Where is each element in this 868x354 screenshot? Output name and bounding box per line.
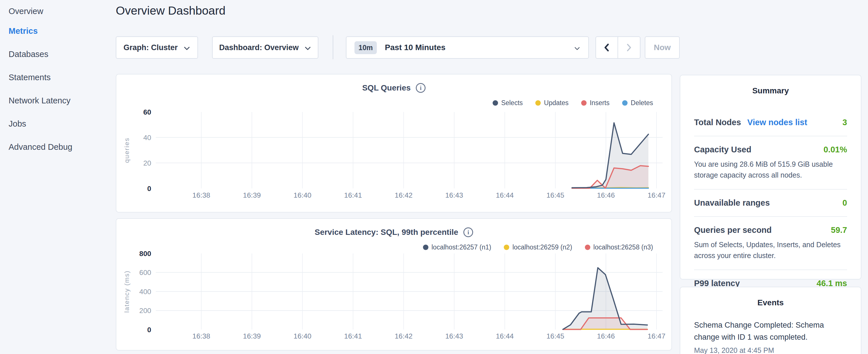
summary-row-total-nodes: Total Nodes View nodes list 3 <box>694 109 847 136</box>
svg-text:16:44: 16:44 <box>496 332 514 340</box>
svg-text:800: 800 <box>139 250 151 257</box>
summary-row-label: Queries per second <box>694 225 772 235</box>
sidebar: Overview Metrics Databases Statements Ne… <box>0 0 116 159</box>
summary-row-value: 0.01% <box>824 145 847 154</box>
page-title: Overview Dashboard <box>116 4 225 18</box>
svg-text:16:45: 16:45 <box>547 332 564 340</box>
svg-text:16:43: 16:43 <box>445 332 463 340</box>
events-panel: Events Schema Change Completed: Schema c… <box>680 287 861 354</box>
sidebar-item-overview[interactable]: Overview <box>9 3 116 20</box>
dashboard-selector-label: Dashboard: Overview <box>219 43 299 52</box>
summary-row-label: Total Nodes <box>694 118 741 127</box>
time-next-button[interactable] <box>618 37 640 58</box>
view-nodes-list-link[interactable]: View nodes list <box>747 118 807 127</box>
svg-text:16:40: 16:40 <box>293 191 311 199</box>
summary-title: Summary <box>694 86 847 95</box>
chevron-down-icon <box>574 44 580 53</box>
controls-divider <box>333 35 333 59</box>
summary-row-label: Unavailable ranges <box>694 198 770 207</box>
event-list-item: Schema Change Completed: Schema change w… <box>694 319 847 354</box>
svg-text:0: 0 <box>147 185 151 192</box>
service-latency-chart-card: Service Latency: SQL, 99th percentile i … <box>116 218 672 351</box>
event-timestamp: May 13, 2020 at 4:45 PM <box>694 346 847 354</box>
service-latency-chart-plot[interactable]: 16:3816:3916:4016:4116:4216:4316:4416:45… <box>116 219 672 350</box>
main-content: Overview Dashboard Graph: Cluster Dashbo… <box>116 0 672 354</box>
dashboard-controls: Graph: Cluster Dashboard: Overview 10m P… <box>116 36 689 59</box>
event-message: Schema Change Completed: Schema change w… <box>694 319 847 344</box>
svg-text:16:43: 16:43 <box>445 191 463 199</box>
time-window-dropdown[interactable]: 10m Past 10 Minutes <box>346 36 589 59</box>
summary-row-value: 0 <box>842 198 847 207</box>
svg-text:latency (ms): latency (ms) <box>123 270 130 313</box>
time-window-badge: 10m <box>354 41 377 54</box>
summary-row-unavailable-ranges: Unavailable ranges 0 <box>694 190 847 217</box>
svg-text:600: 600 <box>139 268 151 277</box>
time-prev-button[interactable] <box>596 37 618 58</box>
sql-queries-chart-plot[interactable]: 16:3816:3916:4016:4116:4216:4316:4416:45… <box>116 74 672 212</box>
summary-row-label: Capacity Used <box>694 145 751 154</box>
svg-text:16:46: 16:46 <box>597 332 615 340</box>
svg-text:0: 0 <box>147 326 151 334</box>
svg-text:16:46: 16:46 <box>597 191 615 199</box>
events-title: Events <box>694 298 847 307</box>
time-window-label: Past 10 Minutes <box>385 43 574 52</box>
chevron-right-icon <box>626 43 632 52</box>
svg-text:16:41: 16:41 <box>344 191 362 199</box>
svg-text:400: 400 <box>139 288 151 296</box>
summary-row-queries-per-second: Queries per second 59.7 Sum of Selects, … <box>694 217 847 270</box>
graph-scope-label: Graph: Cluster <box>124 43 178 52</box>
metrics-overview-page: Overview Metrics Databases Statements Ne… <box>0 0 868 354</box>
chevron-left-icon <box>603 43 610 52</box>
svg-text:16:45: 16:45 <box>547 191 564 199</box>
now-button[interactable]: Now <box>645 36 680 59</box>
sidebar-item-metrics[interactable]: Metrics <box>9 20 116 43</box>
svg-text:20: 20 <box>143 159 151 167</box>
svg-text:16:47: 16:47 <box>648 332 665 340</box>
svg-text:16:42: 16:42 <box>395 191 412 199</box>
svg-text:16:44: 16:44 <box>496 191 514 199</box>
summary-row-description: Sum of Selects, Updates, Inserts, and De… <box>694 239 847 261</box>
chevron-down-icon <box>183 44 190 53</box>
svg-text:40: 40 <box>143 133 151 141</box>
chevron-down-icon <box>304 44 311 53</box>
svg-text:16:39: 16:39 <box>243 332 261 340</box>
sidebar-item-jobs[interactable]: Jobs <box>9 112 116 135</box>
summary-panel: Summary Total Nodes View nodes list 3 Ca… <box>680 75 861 280</box>
summary-row-description: You are using 28.6 MiB of 515.9 GiB usab… <box>694 159 847 181</box>
time-pager <box>595 36 641 59</box>
sidebar-item-network-latency[interactable]: Network Latency <box>9 89 116 112</box>
sidebar-item-advanced-debug[interactable]: Advanced Debug <box>9 135 116 159</box>
svg-text:16:40: 16:40 <box>293 332 311 340</box>
dashboard-selector-dropdown[interactable]: Dashboard: Overview <box>212 36 318 59</box>
svg-text:queries: queries <box>123 137 130 163</box>
svg-text:16:41: 16:41 <box>344 332 362 340</box>
svg-text:16:39: 16:39 <box>243 191 261 199</box>
summary-row-value: 59.7 <box>831 225 847 235</box>
svg-text:16:47: 16:47 <box>648 191 665 199</box>
svg-text:16:38: 16:38 <box>192 191 210 199</box>
sql-queries-chart-card: SQL Queries i Selects Updates Inserts De… <box>116 74 672 213</box>
svg-text:60: 60 <box>143 108 151 116</box>
summary-row-capacity-used: Capacity Used 0.01% You are using 28.6 M… <box>694 136 847 190</box>
svg-text:200: 200 <box>139 307 151 315</box>
sidebar-item-databases[interactable]: Databases <box>9 43 116 66</box>
sidebar-item-statements[interactable]: Statements <box>9 66 116 89</box>
svg-text:16:42: 16:42 <box>395 332 412 340</box>
svg-text:16:38: 16:38 <box>192 332 210 340</box>
graph-scope-dropdown[interactable]: Graph: Cluster <box>116 36 198 59</box>
summary-row-value: 3 <box>842 118 847 127</box>
